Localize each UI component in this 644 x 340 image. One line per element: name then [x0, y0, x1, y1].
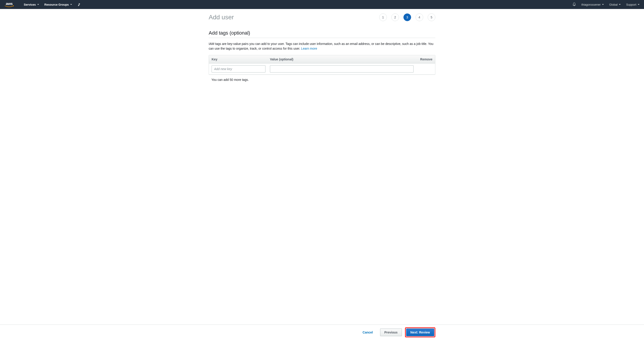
- aws-logo[interactable]: aws: [4, 2, 14, 8]
- table-row: [209, 64, 435, 75]
- step-1[interactable]: 1: [379, 14, 387, 21]
- step-4[interactable]: 4: [416, 14, 423, 21]
- wizard-stepper: 1 2 3 4 5: [379, 14, 435, 21]
- learn-more-link[interactable]: Learn more: [301, 47, 317, 50]
- support-label: Support: [626, 3, 636, 6]
- section-title: Add tags (optional): [209, 30, 435, 38]
- section-description: IAM tags are key-value pairs you can add…: [209, 42, 435, 51]
- step-3[interactable]: 3: [404, 14, 411, 21]
- caret-down-icon: [602, 4, 604, 5]
- tag-key-input[interactable]: [212, 65, 266, 73]
- page-title: Add user: [209, 14, 234, 21]
- tags-footnote: You can add 50 more tags.: [209, 75, 435, 85]
- bell-icon: [572, 3, 576, 6]
- step-2[interactable]: 2: [391, 14, 399, 21]
- username-label: thiagorossener: [582, 3, 601, 6]
- pin-shortcut[interactable]: [78, 3, 80, 6]
- tags-table: Key Value (optional) Remove: [209, 55, 435, 75]
- top-navigation: aws Services Resource Groups: [0, 0, 644, 9]
- services-menu[interactable]: Services: [24, 3, 39, 6]
- support-menu[interactable]: Support: [626, 3, 640, 6]
- column-header-value: Value (optional): [270, 58, 414, 61]
- column-header-key: Key: [212, 58, 270, 61]
- caret-down-icon: [70, 4, 72, 5]
- region-label: Global: [609, 3, 618, 6]
- services-label: Services: [24, 3, 36, 6]
- step-5[interactable]: 5: [428, 14, 435, 21]
- aws-smile-icon: [4, 6, 14, 8]
- pin-icon: [78, 3, 80, 6]
- region-menu[interactable]: Global: [609, 3, 621, 6]
- column-header-remove: Remove: [414, 58, 432, 61]
- resource-groups-label: Resource Groups: [44, 3, 69, 6]
- caret-down-icon: [638, 4, 640, 5]
- section-description-text: IAM tags are key-value pairs you can add…: [209, 42, 433, 50]
- notifications-button[interactable]: [572, 3, 576, 7]
- tag-value-input[interactable]: [270, 65, 414, 73]
- caret-down-icon: [37, 4, 39, 5]
- account-menu[interactable]: thiagorossener: [582, 3, 604, 6]
- main-content: Add user 1 2 3 4 5 Add tags (optional) I…: [209, 9, 435, 109]
- resource-groups-menu[interactable]: Resource Groups: [44, 3, 72, 6]
- caret-down-icon: [619, 4, 621, 5]
